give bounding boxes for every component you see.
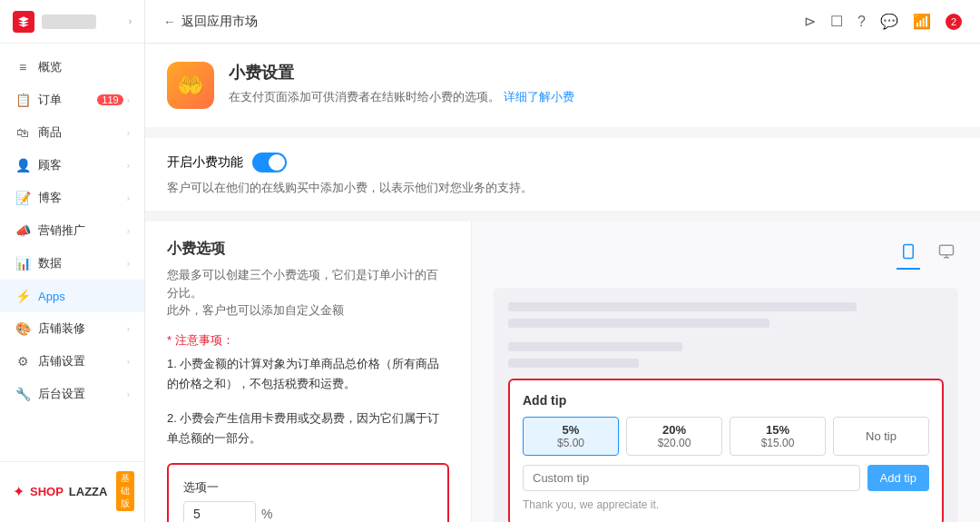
sidebar-item-label: 概览 xyxy=(38,59,130,75)
tip-amt: $20.00 xyxy=(636,437,712,449)
app-title: 小费设置 xyxy=(229,62,574,84)
tip-toggle[interactable] xyxy=(252,153,287,172)
sidebar-item-orders[interactable]: 📋 订单 119 › xyxy=(0,84,144,116)
sidebar-item-products[interactable]: 🛍 商品 › xyxy=(0,116,144,149)
options-desc2: 此外，客户也可以添加自定义金额 xyxy=(167,303,344,317)
sidebar-item-label: 营销推广 xyxy=(38,222,127,239)
tip-box: Add tip 5% $5.00 20% $20.00 15% xyxy=(508,379,944,522)
mobile-tab[interactable] xyxy=(897,240,920,270)
options-form: 选项一 % 选项二 % 选项三 xyxy=(167,463,449,522)
sidebar-item-admin-settings[interactable]: 🔧 后台设置 › xyxy=(0,378,144,410)
toggle-row: 开启小费功能 xyxy=(167,153,958,172)
plan-badge: 基础版 xyxy=(116,471,134,511)
save-icon[interactable]: ☐ xyxy=(830,13,843,30)
sidebar-item-label: 数据 xyxy=(38,255,127,271)
tip-pct: 15% xyxy=(740,423,816,437)
back-button[interactable]: ← 返回应用市场 xyxy=(163,14,258,30)
thank-you-text: Thank you, we appreciate it. xyxy=(523,498,929,511)
main-content: ← 返回应用市场 ⊳ ☐ ? 💬 📶 2 🤲 小费设置 在支付页面添加可供消费者… xyxy=(145,0,980,522)
chevron-icon: › xyxy=(127,161,130,171)
store-settings-icon: ⚙ xyxy=(15,353,31,369)
preview-bar xyxy=(508,302,857,311)
options-desc: 您最多可以创建三个小费选项，它们是订单小计的百分比。 此外，客户也可以添加自定义… xyxy=(167,266,449,320)
notification-badge[interactable]: 2 xyxy=(946,14,962,30)
option1-label: 选项一 xyxy=(183,479,433,496)
app-link[interactable]: 详细了解小费 xyxy=(504,90,574,103)
preview-bar xyxy=(508,359,639,368)
options-panel: 小费选项 您最多可以创建三个小费选项，它们是订单小计的百分比。 此外，客户也可以… xyxy=(145,222,472,522)
logo-icon xyxy=(13,11,34,33)
sidebar-item-apps[interactable]: ⚡ Apps xyxy=(0,280,144,312)
marketing-icon: 📣 xyxy=(15,222,31,239)
sidebar-bottom: ✦ SHOPLAZZA 基础版 xyxy=(0,461,144,522)
svg-rect-0 xyxy=(904,245,914,259)
add-tip-button[interactable]: Add tip xyxy=(867,465,929,491)
preview-mockup: Add tip 5% $5.00 20% $20.00 15% xyxy=(494,288,958,522)
preview-bar xyxy=(508,342,682,351)
sidebar-item-label: 订单 xyxy=(38,92,97,108)
notice-title: * 注意事项： xyxy=(167,332,449,349)
custom-tip-input[interactable] xyxy=(523,465,860,491)
notice-item-1: 1. 小费金额的计算对象为订单商品总价格（所有商品的价格之和），不包括税费和运费… xyxy=(167,354,449,394)
topbar: ← 返回应用市场 ⊳ ☐ ? 💬 📶 2 xyxy=(145,0,980,44)
tip-option-2[interactable]: 20% $20.00 xyxy=(626,417,722,456)
sidebar-item-label: 后台设置 xyxy=(38,386,127,402)
help-icon[interactable]: ? xyxy=(858,14,866,30)
option1-unit: % xyxy=(261,507,272,521)
sidebar-item-label: 店铺设置 xyxy=(38,353,127,369)
sidebar-item-label: 顾客 xyxy=(38,157,127,173)
sidebar-item-theme[interactable]: 🎨 店铺装修 › xyxy=(0,312,144,345)
data-icon: 📊 xyxy=(15,255,31,271)
blog-icon: 📝 xyxy=(15,190,31,206)
chevron-icon: › xyxy=(127,259,130,269)
app-description: 在支付页面添加可供消费者在结账时给小费的选项。 xyxy=(229,90,500,103)
sidebar-item-blog[interactable]: 📝 博客 › xyxy=(0,182,144,214)
chevron-icon: › xyxy=(127,95,130,105)
device-tabs xyxy=(494,240,958,270)
chevron-icon: › xyxy=(127,324,130,334)
tip-title: Add tip xyxy=(523,393,929,408)
options-desc1: 您最多可以创建三个小费选项，它们是订单小计的百分比。 xyxy=(167,268,438,300)
notice-box: * 注意事项： 1. 小费金额的计算对象为订单商品总价格（所有商品的价格之和），… xyxy=(167,332,449,448)
tip-option-notip[interactable]: No tip xyxy=(833,417,929,456)
sidebar: › ≡ 概览 📋 订单 119 › 🛍 商品 › 👤 顾客 › 📝 博客 › xyxy=(0,0,145,522)
preview-bar xyxy=(508,319,769,328)
sidebar-item-data[interactable]: 📊 数据 › xyxy=(0,247,144,280)
navigation-icon[interactable]: ⊳ xyxy=(804,13,816,30)
shoplazza-logo-text2: LAZZA xyxy=(69,485,108,498)
toggle-label: 开启小费功能 xyxy=(167,154,243,171)
apps-icon: ⚡ xyxy=(15,288,31,304)
sidebar-item-overview[interactable]: ≡ 概览 xyxy=(0,51,144,84)
content-row: 小费选项 您最多可以创建三个小费选项，它们是订单小计的百分比。 此外，客户也可以… xyxy=(145,222,980,522)
sidebar-item-customers[interactable]: 👤 顾客 › xyxy=(0,149,144,182)
tip-amt: $5.00 xyxy=(533,437,609,449)
chevron-icon: › xyxy=(127,389,130,399)
theme-icon: 🎨 xyxy=(15,320,31,337)
orders-icon: 📋 xyxy=(15,92,31,108)
products-icon: 🛍 xyxy=(15,124,31,141)
tip-options-row: 5% $5.00 20% $20.00 15% $15.00 xyxy=(523,417,929,456)
back-arrow-icon: ← xyxy=(163,15,176,29)
sidebar-expand-arrow[interactable]: › xyxy=(129,16,132,26)
orders-badge: 119 xyxy=(97,94,122,105)
chat-icon[interactable]: 💬 xyxy=(880,13,898,30)
app-info: 小费设置 在支付页面添加可供消费者在结账时给小费的选项。 详细了解小费 xyxy=(229,62,574,105)
option1-input[interactable] xyxy=(183,501,256,522)
option1-input-row: % xyxy=(183,501,433,522)
sidebar-item-marketing[interactable]: 📣 营销推广 › xyxy=(0,214,144,247)
tip-option-3[interactable]: 15% $15.00 xyxy=(730,417,826,456)
tip-pct: 5% xyxy=(533,423,609,437)
app-icon: 🤲 xyxy=(167,62,214,109)
wifi-icon: 📶 xyxy=(913,13,931,30)
shoplazza-logo-text: SHOP xyxy=(30,485,64,498)
no-tip-label: No tip xyxy=(866,429,897,443)
sidebar-item-store-settings[interactable]: ⚙ 店铺设置 › xyxy=(0,345,144,378)
tip-option-1[interactable]: 5% $5.00 xyxy=(523,417,619,456)
admin-settings-icon: 🔧 xyxy=(15,386,31,402)
sidebar-item-label: 商品 xyxy=(38,124,127,141)
sidebar-logo: › xyxy=(0,0,144,44)
toggle-card: 开启小费功能 客户可以在他们的在线购买中添加小费，以表示他们对您业务的支持。 xyxy=(145,138,980,211)
desktop-tab[interactable] xyxy=(935,240,958,270)
notice-item-2: 2. 小费会产生信用卡费用或交易费，因为它们属于订单总额的一部分。 xyxy=(167,409,449,448)
app-header-card: 🤲 小费设置 在支付页面添加可供消费者在结账时给小费的选项。 详细了解小费 xyxy=(145,44,980,127)
